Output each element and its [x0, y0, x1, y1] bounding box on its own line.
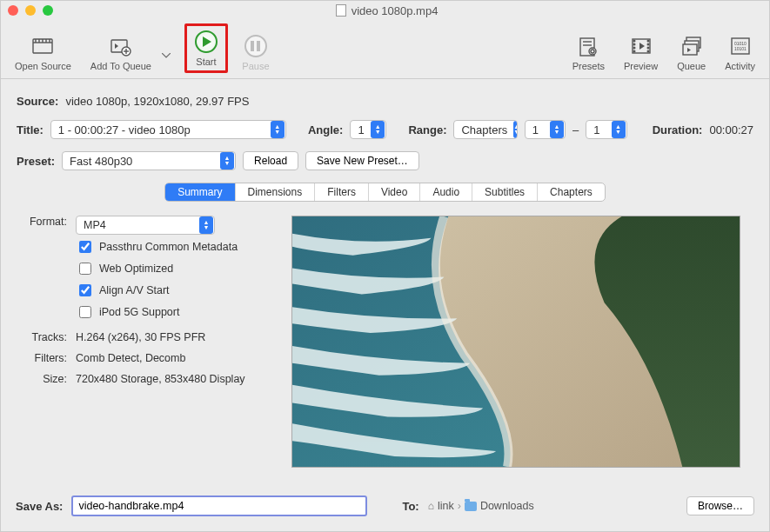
pause-icon	[244, 34, 268, 58]
range-to-select[interactable]: 1 ▲▼	[586, 120, 626, 139]
preset-label: Preset:	[17, 155, 55, 168]
duration-label: Duration:	[653, 123, 703, 136]
tab-bar: Summary Dimensions Filters Video Audio S…	[164, 183, 606, 202]
path-separator-icon: ›	[458, 500, 461, 512]
title-select-text: 1 - 00:00:27 - video 1080p	[58, 123, 270, 136]
range-label: Range:	[408, 123, 446, 136]
preview-button[interactable]: Preview	[619, 32, 663, 73]
size-value: 720x480 Storage, 853x480 Display	[76, 373, 265, 385]
web-optimized-checkbox[interactable]: Web Optimized	[76, 260, 265, 277]
presets-button[interactable]: Presets	[567, 32, 610, 73]
align-av-start-checkbox[interactable]: Align A/V Start	[76, 282, 265, 299]
tab-chapters[interactable]: Chapters	[538, 183, 605, 201]
browse-button[interactable]: Browse…	[686, 496, 754, 515]
start-button[interactable]: Start	[184, 23, 228, 73]
svg-point-20	[647, 40, 649, 42]
pause-button: Pause	[237, 32, 275, 73]
video-preview	[291, 216, 740, 468]
svg-point-18	[633, 47, 635, 49]
tab-video[interactable]: Video	[369, 183, 420, 201]
svg-point-16	[633, 40, 635, 42]
passthru-metadata-checkbox[interactable]: Passthru Common Metadata	[76, 238, 265, 256]
add-to-queue-button[interactable]: Add To Queue	[85, 32, 157, 73]
filters-label: Filters:	[22, 352, 76, 364]
save-new-preset-button[interactable]: Save New Preset…	[305, 151, 419, 170]
chevron-updown-icon: ▲▼	[550, 121, 564, 138]
ipod-5g-checkbox[interactable]: iPod 5G Support	[76, 303, 265, 321]
tracks-label: Tracks:	[22, 331, 76, 343]
tab-audio[interactable]: Audio	[420, 183, 472, 201]
chevron-updown-icon: ▲▼	[612, 121, 626, 138]
to-label: To:	[402, 500, 418, 513]
queue-button[interactable]: Queue	[672, 32, 711, 73]
pause-label: Pause	[242, 61, 269, 71]
window-title: video 1080p.mp4	[352, 4, 439, 17]
title-label: Title:	[17, 123, 44, 136]
open-source-button[interactable]: Open Source	[10, 32, 77, 73]
document-icon	[336, 4, 346, 17]
window-close[interactable]	[8, 5, 18, 16]
angle-label: Angle:	[308, 123, 343, 136]
save-as-input[interactable]	[71, 495, 367, 516]
summary-panel: Format: MP4 ▲▼ Passthru Common Metadata …	[17, 216, 753, 468]
svg-point-23	[647, 50, 649, 52]
filters-value: Comb Detect, Decomb	[76, 352, 265, 364]
start-label: Start	[196, 57, 216, 67]
footer: Save As: To: ⌂ link › Downloads Browse…	[0, 487, 770, 532]
range-separator: –	[572, 123, 579, 136]
queue-icon	[680, 34, 704, 58]
save-as-label: Save As:	[16, 500, 63, 513]
angle-select[interactable]: 1 ▲▼	[350, 120, 386, 139]
duration-value: 00:00:27	[709, 123, 753, 136]
tab-dimensions[interactable]: Dimensions	[236, 183, 316, 201]
source-value: video 1080p, 1920x1080, 29.97 FPS	[65, 95, 249, 108]
tab-summary[interactable]: Summary	[165, 183, 235, 201]
preview-icon	[629, 34, 653, 58]
svg-point-17	[633, 43, 635, 45]
add-to-queue-dropdown[interactable]	[157, 38, 176, 73]
presets-label: Presets	[572, 61, 605, 71]
preset-select[interactable]: Fast 480p30 ▲▼	[62, 151, 236, 170]
window-zoom[interactable]	[43, 5, 53, 16]
add-to-queue-icon	[109, 34, 133, 58]
queue-label: Queue	[677, 61, 706, 71]
window-titlebar: video 1080p.mp4	[1, 1, 769, 20]
add-to-queue-label: Add To Queue	[90, 61, 151, 71]
title-select[interactable]: 1 - 00:00:27 - video 1080p ▲▼	[50, 120, 286, 139]
svg-point-21	[647, 43, 649, 45]
tab-subtitles[interactable]: Subtitles	[472, 183, 538, 201]
activity-button[interactable]: 0101010101 Activity	[720, 32, 760, 73]
chevron-updown-icon: ▲▼	[371, 121, 385, 138]
svg-point-19	[633, 50, 635, 52]
path-root: link	[438, 500, 454, 512]
activity-icon: 0101010101	[728, 34, 753, 58]
format-select[interactable]: MP4 ▲▼	[76, 216, 215, 235]
open-source-label: Open Source	[15, 61, 71, 71]
chevron-updown-icon: ▲▼	[220, 152, 234, 170]
reload-button[interactable]: Reload	[243, 151, 298, 170]
format-label: Format:	[22, 216, 76, 228]
svg-point-22	[647, 47, 649, 49]
toolbar: Open Source Add To Queue Start Pause Pre…	[1, 20, 769, 79]
size-label: Size:	[22, 373, 76, 385]
presets-icon	[576, 34, 600, 58]
tracks-value: H.264 (x264), 30 FPS PFR	[76, 331, 265, 343]
source-label: Source:	[17, 95, 58, 108]
chevron-updown-icon: ▲▼	[199, 216, 213, 234]
home-icon: ⌂	[428, 500, 434, 512]
range-mode-select[interactable]: Chapters ▲▼	[453, 120, 517, 139]
activity-label: Activity	[725, 61, 755, 71]
chevron-updown-icon: ▲▼	[271, 121, 285, 138]
preview-label: Preview	[624, 61, 658, 71]
path-folder: Downloads	[480, 500, 534, 512]
svg-text:10101: 10101	[734, 46, 747, 51]
start-icon	[194, 30, 218, 54]
tab-filters[interactable]: Filters	[315, 183, 369, 201]
folder-icon	[465, 502, 477, 511]
chevron-updown-icon: ▲▼	[513, 121, 518, 138]
svg-point-14	[589, 48, 596, 55]
window-minimize[interactable]	[25, 5, 36, 16]
destination-path[interactable]: ⌂ link › Downloads	[428, 500, 534, 512]
range-from-select[interactable]: 1 ▲▼	[525, 120, 566, 139]
film-icon	[30, 34, 55, 58]
